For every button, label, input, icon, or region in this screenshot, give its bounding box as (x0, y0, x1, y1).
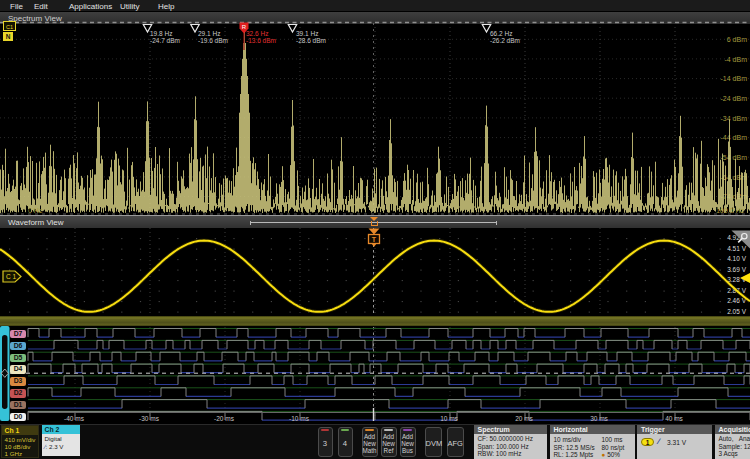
svg-text:T: T (372, 236, 377, 243)
svg-text:R: R (242, 24, 247, 30)
svg-text:C 1: C 1 (6, 273, 17, 280)
